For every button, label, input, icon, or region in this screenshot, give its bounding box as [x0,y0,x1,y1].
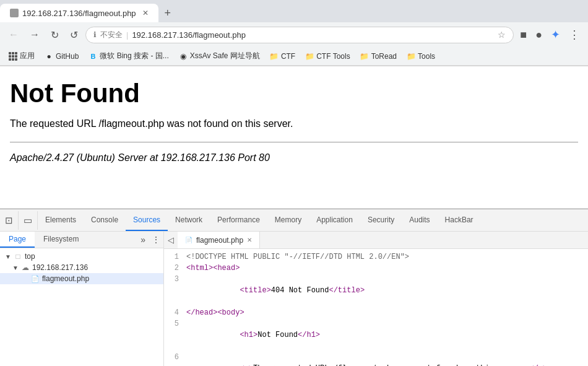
file-tree: ▼ □ top ▼ ☁ 192.168.217.136 📄 flagmeout.… [0,248,163,287]
xssav-icon: ◉ [179,52,188,61]
url-text: 192.168.217.136/flagmeout.php [132,30,494,40]
line-code-2: <html><head> [186,263,588,274]
code-line-6: 6 <p>The requested URL /flagmeout.php wa… [164,352,588,366]
folder-icon: □ [14,252,22,261]
tab-application[interactable]: Application [309,209,360,231]
tab-audits[interactable]: Audits [402,209,437,231]
bookmark-ctf[interactable]: 📁 CTF [266,51,299,62]
tab-elements[interactable]: Elements [38,209,84,231]
address-bar[interactable]: ℹ 不安全 | 192.168.217.136/flagmeout.php ☆ [85,27,514,43]
new-tab-btn[interactable]: + [158,4,178,22]
server-info: Apache/2.4.27 (Ubuntu) Server at 192.168… [10,152,578,163]
bookmark-ctf-tools[interactable]: 📁 CTF Tools [301,51,353,62]
line-code-5: <h1>Not Found</h1> [186,318,588,352]
line-num-5: 5 [164,318,186,352]
ctf-folder-icon: 📁 [270,52,279,61]
tree-label-domain: 192.168.217.136 [32,263,88,272]
tab-performance[interactable]: Performance [210,209,267,231]
circle-icon-btn[interactable]: ● [533,26,545,44]
line-num-4: 4 [164,307,186,318]
bookmark-tools[interactable]: 📁 Tools [403,51,439,62]
domain-arrow-icon: ▼ [12,264,19,271]
bookmark-bing-label: 微软 Bing 搜索 - 国... [100,51,168,61]
active-tab[interactable]: 192.168.217.136/flagmeout.php ✕ [0,4,158,22]
sources-back-btn[interactable]: ◁ [164,233,178,247]
bookmark-github[interactable]: ● GitHub [41,51,82,62]
apps-icon [9,52,17,61]
line-num-6: 6 [164,352,186,366]
devtools-panel: ⊡ ▭ Elements Console Sources Network Per… [0,209,588,366]
tab-console[interactable]: Console [84,209,126,231]
bookmark-xssav-label: XssAv Safe 网址导航 [190,51,260,61]
security-icon: ℹ [93,30,97,39]
code-tab-flagmeout[interactable]: 📄 flagmeout.php ✕ [178,232,260,248]
tab-bar: 192.168.217.136/flagmeout.php ✕ + [0,0,588,22]
file-panel-menu-btn[interactable]: ⋮ [149,232,163,248]
page-title: Not Found [10,79,578,108]
file-panel-tab-filesystem[interactable]: Filesystem [35,232,87,248]
moose-icon-btn[interactable]: ■ [517,26,529,44]
tree-item-domain[interactable]: ▼ ☁ 192.168.217.136 [0,262,163,273]
tab-security[interactable]: Security [360,209,402,231]
cloud-icon: ☁ [21,263,30,272]
line-num-2: 2 [164,263,186,274]
browser-chrome: 192.168.217.136/flagmeout.php ✕ + ← → ↻ … [0,0,588,66]
forward-button[interactable]: → [26,27,43,43]
tree-item-top[interactable]: ▼ □ top [0,251,163,262]
menu-button[interactable]: ⋮ [566,25,583,44]
bookmark-star[interactable]: ☆ [498,30,506,40]
line-code-6: <p>The requested URL /flagmeout.php was … [186,352,588,366]
reload-button[interactable]: ↻ [47,27,63,43]
devtools-body: Page Filesystem » ⋮ ▼ □ top ▼ ☁ 192.168.… [0,232,588,366]
devtools-inspect-btn[interactable]: ⊡ [0,211,19,230]
extension-icon-btn[interactable]: ✦ [548,25,563,44]
bookmark-xssav[interactable]: ◉ XssAv Safe 网址导航 [175,50,264,63]
bookmark-toread[interactable]: 📁 ToRead [357,51,400,62]
devtools-toolbar: ⊡ ▭ Elements Console Sources Network Per… [0,209,588,232]
line-num-3: 3 [164,274,186,307]
file-panel-tab-page[interactable]: Page [0,232,35,248]
bookmark-apps[interactable]: 应用 [5,50,38,63]
code-tab-close-icon[interactable]: ✕ [247,237,252,243]
line-code-4: </head><body> [186,307,588,318]
code-tabs: ◁ 📄 flagmeout.php ✕ [164,232,588,249]
code-line-2: 2 <html><head> [164,263,588,274]
code-tab-filename: flagmeout.php [196,236,243,245]
navigation-toolbar: ← → ↻ ↺ ℹ 不安全 | 192.168.217.136/flagmeou… [0,22,588,47]
file-icon: 📄 [31,274,40,283]
code-panel: ◁ 📄 flagmeout.php ✕ 1 <!DOCTYPE HTML PUB… [164,232,588,366]
url-separator: | [126,30,128,40]
tab-close-icon[interactable]: ✕ [142,9,149,17]
tree-label-top: top [25,252,35,261]
tab-hackbar[interactable]: HackBar [438,209,481,231]
line-code-1: <!DOCTYPE HTML PUBLIC "-//IETF//DTD HTML… [186,251,588,263]
file-panel-tabs: Page Filesystem » ⋮ [0,232,163,248]
tab-memory[interactable]: Memory [267,209,309,231]
back-button[interactable]: ← [5,27,22,43]
line-num-1: 1 [164,251,186,263]
tree-label-file: flagmeout.php [42,274,89,283]
tools-folder-icon: 📁 [407,52,415,61]
devtools-device-btn[interactable]: ▭ [19,211,38,230]
bing-icon: B [89,52,97,61]
code-line-1: 1 <!DOCTYPE HTML PUBLIC "-//IETF//DTD HT… [164,251,588,263]
tab-favicon [10,9,19,17]
tab-sources[interactable]: Sources [126,209,168,231]
bookmark-github-label: GitHub [56,52,79,61]
file-arrow-icon [22,276,28,282]
file-panel: Page Filesystem » ⋮ ▼ □ top ▼ ☁ 192.168.… [0,232,164,366]
tab-network[interactable]: Network [168,209,210,231]
insecure-label: 不安全 [100,30,123,40]
tree-item-file[interactable]: 📄 flagmeout.php [0,273,163,284]
line-code-3: <title>404 Not Found</title> [186,274,588,307]
tab-title: 192.168.217.136/flagmeout.php [22,9,136,18]
page-divider [10,142,578,142]
file-panel-more-btn[interactable]: » [137,232,149,248]
code-content: 1 <!DOCTYPE HTML PUBLIC "-//IETF//DTD HT… [164,249,588,366]
toread-folder-icon: 📁 [360,52,369,61]
bookmark-bing[interactable]: B 微软 Bing 搜索 - 国... [85,50,172,63]
bookmark-ctf-tools-label: CTF Tools [316,52,350,61]
bookmark-ctf-label: CTF [281,52,295,61]
bookmark-toread-label: ToRead [371,52,397,61]
history-button[interactable]: ↺ [66,27,82,43]
